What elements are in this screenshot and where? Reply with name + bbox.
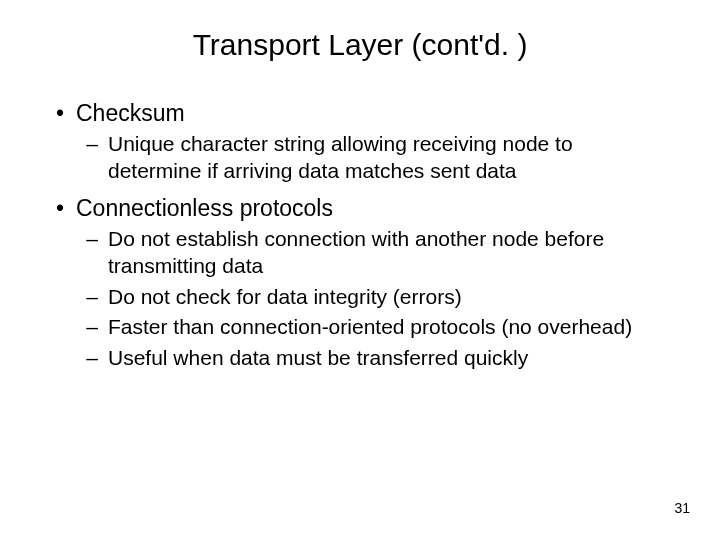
bullet-text: Connectionless protocols [76, 195, 670, 222]
dash-marker: – [50, 345, 108, 372]
list-item: – Unique character string allowing recei… [50, 131, 670, 185]
list-item: – Faster than connection-oriented protoc… [50, 314, 670, 341]
dash-marker: – [50, 131, 108, 158]
dash-marker: – [50, 314, 108, 341]
dash-marker: – [50, 284, 108, 311]
bullet-marker: • [50, 100, 76, 127]
slide-title: Transport Layer (cont'd. ) [50, 28, 670, 62]
sub-bullet-text: Do not establish connection with another… [108, 226, 670, 280]
slide: Transport Layer (cont'd. ) • Checksum – … [0, 0, 720, 540]
bullet-marker: • [50, 195, 76, 222]
list-item: • Connectionless protocols – Do not esta… [50, 195, 670, 372]
sub-list: – Do not establish connection with anoth… [50, 226, 670, 372]
list-item: • Checksum – Unique character string all… [50, 100, 670, 185]
bullet-list: • Checksum – Unique character string all… [50, 100, 670, 372]
page-number: 31 [674, 500, 690, 516]
list-item: – Do not check for data integrity (error… [50, 284, 670, 311]
sub-bullet-text: Do not check for data integrity (errors) [108, 284, 670, 311]
sub-bullet-text: Useful when data must be transferred qui… [108, 345, 670, 372]
sub-list: – Unique character string allowing recei… [50, 131, 670, 185]
dash-marker: – [50, 226, 108, 253]
bullet-text: Checksum [76, 100, 670, 127]
sub-bullet-text: Unique character string allowing receivi… [108, 131, 670, 185]
list-item: – Useful when data must be transferred q… [50, 345, 670, 372]
list-item: – Do not establish connection with anoth… [50, 226, 670, 280]
sub-bullet-text: Faster than connection-oriented protocol… [108, 314, 670, 341]
